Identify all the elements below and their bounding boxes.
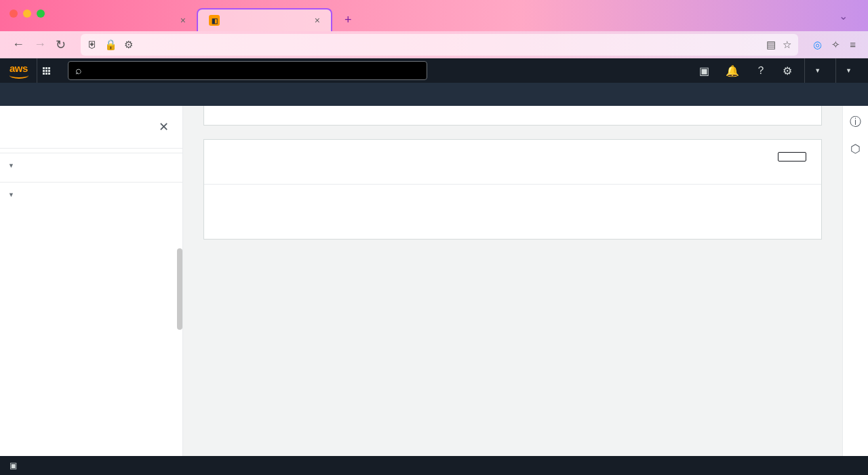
close-sidebar-icon[interactable]: ✕ (159, 119, 169, 134)
instance-traffic-card (203, 139, 822, 240)
aws-global-header: aws ⌕ ▣ 🔔 ？ ⚙ ▼ ▼ (0, 58, 868, 83)
sidebar-section-environment[interactable]: ▼ (0, 187, 182, 203)
info-icon[interactable]: ⓘ (850, 114, 861, 130)
minimize-window-icon[interactable] (23, 10, 31, 18)
bookmark-icon[interactable]: ☆ (783, 39, 791, 51)
address-bar[interactable]: ⛨ 🔒 ⚙ ▤ ☆ (81, 34, 798, 56)
scrollbar[interactable] (177, 248, 182, 330)
aws-logo[interactable]: aws (9, 62, 28, 79)
maximize-window-icon[interactable] (37, 10, 45, 18)
grid-icon (43, 67, 50, 75)
help-icon[interactable]: ？ (751, 64, 770, 78)
cloudshell-icon[interactable]: ▣ (695, 64, 713, 77)
security-icon[interactable]: ⬡ (850, 142, 861, 156)
main-content (183, 106, 842, 456)
chevron-down-icon: ▼ (8, 191, 14, 198)
chevron-down-icon: ▼ (8, 162, 14, 169)
shield-icon[interactable]: ⛨ (87, 39, 98, 50)
close-window-icon[interactable] (9, 10, 18, 18)
browser-tab-strip: × ◧ × + ⌄ (0, 0, 868, 31)
lock-icon[interactable]: 🔒 (104, 39, 117, 51)
menu-icon[interactable]: ≡ (850, 39, 856, 50)
search-input[interactable] (87, 66, 414, 76)
browser-toolbar: ← → ↻ ⛨ 🔒 ⚙ ▤ ☆ ◎ ✧ ≡ (0, 31, 868, 58)
aws-service-shortcuts (0, 83, 868, 106)
browser-tab[interactable]: × (61, 10, 197, 31)
back-button[interactable]: ← (12, 37, 24, 52)
extensions-icon[interactable]: ✧ (831, 39, 840, 51)
account-menu[interactable]: ▼ (835, 58, 859, 83)
terminal-icon: ▣ (9, 461, 17, 470)
reload-button[interactable]: ↻ (56, 37, 66, 52)
forward-button: → (34, 37, 46, 52)
close-icon[interactable]: × (315, 15, 320, 26)
services-menu-button[interactable] (37, 58, 60, 83)
password-manager-icon[interactable]: ◎ (813, 39, 822, 51)
region-selector[interactable]: ▼ (804, 58, 827, 83)
notifications-icon[interactable]: 🔔 (722, 64, 743, 77)
right-help-rail: ⓘ ⬡ (842, 106, 868, 456)
aws-search[interactable]: ⌕ (68, 61, 427, 80)
no-options-card (203, 106, 822, 126)
settings-icon[interactable]: ⚙ (778, 64, 796, 77)
aws-favicon-icon: ◧ (209, 15, 220, 26)
aws-footer: ▣ (0, 456, 868, 475)
window-controls (9, 10, 45, 18)
reader-icon[interactable]: ▤ (766, 39, 776, 51)
sidebar-section-application[interactable]: ▼ (0, 157, 182, 174)
sidebar: ✕ ▼ ▼ (0, 106, 183, 456)
search-icon: ⌕ (75, 64, 82, 77)
cloudshell-button[interactable]: ▣ (9, 461, 21, 470)
edit-button[interactable] (778, 152, 806, 162)
tabs-dropdown-icon[interactable]: ⌄ (839, 10, 848, 22)
permissions-icon[interactable]: ⚙ (124, 39, 133, 51)
close-icon[interactable]: × (180, 15, 186, 26)
browser-tab-active[interactable]: ◧ × (197, 8, 332, 31)
new-tab-button[interactable]: + (340, 9, 356, 31)
